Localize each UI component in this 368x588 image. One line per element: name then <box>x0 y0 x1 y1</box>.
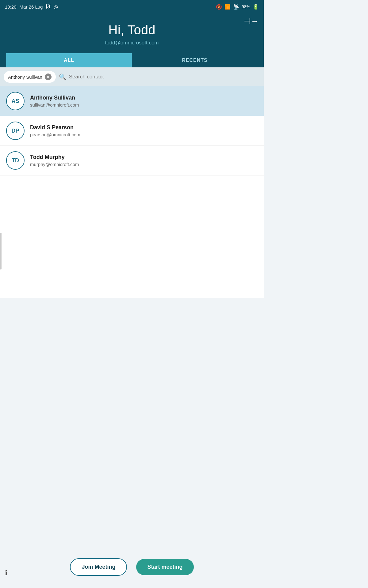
contact-name: Anthony Sullivan <box>30 95 258 101</box>
greeting-text: Hi, Todd <box>6 23 258 37</box>
search-bar: Anthony Sullivan ✕ 🔍 <box>0 67 264 86</box>
gallery-icon: 🖼 <box>46 4 51 9</box>
signal-icon: 📡 <box>233 4 239 10</box>
contact-item[interactable]: TD Todd Murphy murphy@omnicroft.com <box>0 146 264 175</box>
mute-icon: 🔕 <box>216 4 222 10</box>
search-tag-clear-button[interactable]: ✕ <box>45 74 52 80</box>
scroll-handle[interactable] <box>0 233 2 270</box>
contact-info: David S Pearson pearson@omnicroft.com <box>30 124 258 137</box>
search-input-area: 🔍 <box>59 73 260 81</box>
search-input[interactable] <box>69 74 260 80</box>
logout-button[interactable]: ⊣→ <box>244 17 259 26</box>
status-left: 19:20 Mar 26 Lug 🖼 ◎ <box>5 4 58 10</box>
avatar: AS <box>6 92 25 110</box>
tab-all[interactable]: ALL <box>6 53 132 67</box>
search-tag[interactable]: Anthony Sullivan ✕ <box>4 71 56 83</box>
contact-name: Todd Murphy <box>30 154 258 160</box>
empty-space <box>0 175 264 298</box>
contact-item[interactable]: AS Anthony Sullivan sullivan@omnicroft.c… <box>0 86 264 116</box>
contact-email: murphy@omnicroft.com <box>30 162 258 167</box>
search-icon: 🔍 <box>59 73 67 81</box>
wifi-icon: 📶 <box>224 4 231 10</box>
header: ⊣→ Hi, Todd todd@omnicrosoft.com ALL REC… <box>0 13 264 67</box>
contact-info: Todd Murphy murphy@omnicroft.com <box>30 154 258 167</box>
status-right: 🔕 📶 📡 98% 🔋 <box>216 4 259 10</box>
avatar: DP <box>6 122 25 140</box>
contacts-list: AS Anthony Sullivan sullivan@omnicroft.c… <box>0 86 264 175</box>
info-icon[interactable]: ℹ <box>5 569 7 577</box>
tab-recents[interactable]: RECENTS <box>132 53 258 67</box>
start-meeting-button[interactable]: Start meeting <box>136 559 194 575</box>
status-bar: 19:20 Mar 26 Lug 🖼 ◎ 🔕 📶 📡 98% 🔋 <box>0 0 264 13</box>
contact-name: David S Pearson <box>30 124 258 131</box>
location-icon: ◎ <box>54 4 58 10</box>
join-meeting-button[interactable]: Join Meeting <box>70 558 127 576</box>
battery-text: 98% <box>242 4 250 9</box>
search-tag-text: Anthony Sullivan <box>8 74 42 80</box>
status-date: Mar 26 Lug <box>20 4 43 9</box>
contact-info: Anthony Sullivan sullivan@omnicroft.com <box>30 95 258 107</box>
contact-item[interactable]: DP David S Pearson pearson@omnicroft.com <box>0 116 264 146</box>
bottom-bar: Join Meeting Start meeting <box>0 551 264 588</box>
tabs: ALL RECENTS <box>6 53 258 67</box>
avatar: TD <box>6 151 25 170</box>
contact-email: pearson@omnicroft.com <box>30 132 258 137</box>
user-email: todd@omnicrosoft.com <box>6 40 258 46</box>
battery-icon: 🔋 <box>253 4 259 10</box>
status-time: 19:20 <box>5 4 17 9</box>
contact-email: sullivan@omnicroft.com <box>30 102 258 107</box>
